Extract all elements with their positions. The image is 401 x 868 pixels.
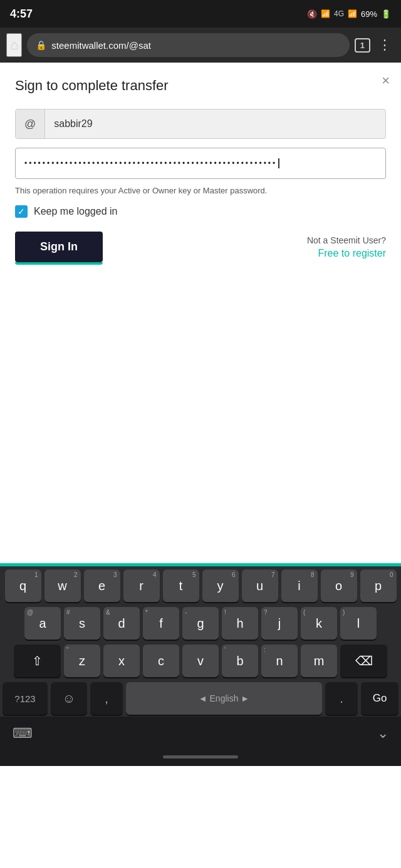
keep-logged-row: ✓ Keep me logged in bbox=[15, 205, 386, 218]
browser-bar: ⌂ 🔒 steemitwallet.com/@sat 1 ⋮ bbox=[0, 28, 401, 63]
keyboard-row-3: ⇧ "z x c v 'b :n m ⌫ bbox=[0, 641, 401, 679]
signin-button[interactable]: Sign In bbox=[15, 232, 103, 262]
signal2-icon: 📶 bbox=[348, 9, 357, 18]
backspace-key[interactable]: ⌫ bbox=[340, 645, 387, 677]
status-time: 4:57 bbox=[10, 8, 33, 21]
key-h[interactable]: !h bbox=[222, 607, 258, 640]
signin-row: Sign In Not a Steemit User? Free to regi… bbox=[15, 232, 386, 262]
key-i[interactable]: 8i bbox=[281, 569, 318, 602]
key-t[interactable]: 5t bbox=[163, 569, 199, 602]
password-hint: This operation requires your Active or O… bbox=[15, 185, 386, 197]
key-w[interactable]: 2w bbox=[44, 569, 81, 602]
close-button[interactable]: × bbox=[382, 73, 390, 89]
key-k[interactable]: (k bbox=[301, 607, 337, 640]
browser-menu[interactable]: ⋮ bbox=[375, 34, 395, 56]
key-c[interactable]: c bbox=[143, 645, 179, 677]
at-symbol: @ bbox=[16, 110, 45, 138]
emoji-key[interactable]: ☺ bbox=[51, 682, 87, 715]
key-a[interactable]: @a bbox=[24, 607, 61, 640]
go-key[interactable]: Go bbox=[361, 682, 398, 715]
key-z[interactable]: "z bbox=[64, 645, 100, 677]
key-l[interactable]: )l bbox=[340, 607, 377, 640]
key-p[interactable]: 0p bbox=[360, 569, 397, 602]
key-g[interactable]: -g bbox=[182, 607, 219, 640]
keyboard-row-2: @a #s &d *f -g !h ?j (k )l bbox=[0, 604, 401, 641]
url-bar[interactable]: 🔒 steemitwallet.com/@sat bbox=[27, 33, 349, 57]
home-button[interactable]: ⌂ bbox=[6, 33, 22, 57]
key-e[interactable]: 3e bbox=[84, 569, 120, 602]
username-field: @ sabbir29 bbox=[15, 109, 386, 139]
key-b[interactable]: 'b bbox=[222, 645, 258, 677]
space-key[interactable]: ◄ English ► bbox=[126, 682, 322, 715]
key-o[interactable]: 9o bbox=[321, 569, 357, 602]
keyboard-icon[interactable]: ⌨ bbox=[13, 725, 33, 742]
signal-icon: 📶 bbox=[321, 9, 330, 18]
keep-logged-label: Keep me logged in bbox=[34, 206, 117, 217]
key-u[interactable]: 7u bbox=[242, 569, 278, 602]
key-n[interactable]: :n bbox=[261, 645, 298, 677]
battery-text: 69% bbox=[361, 9, 377, 19]
key-j[interactable]: ?j bbox=[261, 607, 298, 640]
keyboard-row-4: ?123 ☺ , ◄ English ► . Go bbox=[0, 679, 401, 717]
url-text: steemitwallet.com/@sat bbox=[51, 40, 340, 51]
key-s[interactable]: #s bbox=[64, 607, 100, 640]
not-user-text: Not a Steemit User? bbox=[307, 235, 386, 245]
network-icon: 4G bbox=[334, 9, 344, 18]
lock-icon: 🔒 bbox=[36, 40, 46, 50]
username-value: sabbir29 bbox=[45, 118, 385, 130]
page-title: Sign to complete transfer bbox=[15, 78, 386, 94]
battery-icon: 🔋 bbox=[381, 9, 391, 19]
key-f[interactable]: *f bbox=[143, 607, 179, 640]
key-d[interactable]: &d bbox=[103, 607, 140, 640]
key-x[interactable]: x bbox=[103, 645, 140, 677]
mute-icon: 🔇 bbox=[307, 9, 317, 19]
key-y[interactable]: 6y bbox=[202, 569, 239, 602]
password-field[interactable]: ••••••••••••••••••••••••••••••••••••••••… bbox=[15, 148, 386, 179]
keyboard-area: 1q 2w 3e 4r 5t 6y 7u 8i 9o 0p @a #s &d *… bbox=[0, 566, 401, 766]
home-bar bbox=[163, 755, 238, 758]
checkmark-icon: ✓ bbox=[18, 207, 25, 216]
keyboard: 1q 2w 3e 4r 5t 6y 7u 8i 9o 0p @a #s &d *… bbox=[0, 566, 401, 717]
register-link[interactable]: Free to register bbox=[318, 248, 386, 258]
status-bar: 4:57 🔇 📶 4G 📶 69% 🔋 bbox=[0, 0, 401, 28]
nav-bar-bottom: ⌨ ⌄ bbox=[0, 717, 401, 750]
key-r[interactable]: 4r bbox=[123, 569, 160, 602]
symbols-key[interactable]: ?123 bbox=[3, 682, 48, 715]
shift-key[interactable]: ⇧ bbox=[14, 645, 61, 677]
chevron-down-icon[interactable]: ⌄ bbox=[377, 725, 388, 742]
period-key[interactable]: . bbox=[325, 682, 358, 715]
page-content: × Sign to complete transfer @ sabbir29 •… bbox=[0, 63, 401, 451]
cursor bbox=[278, 158, 279, 168]
keyboard-row-1: 1q 2w 3e 4r 5t 6y 7u 8i 9o 0p bbox=[0, 566, 401, 604]
home-indicator bbox=[0, 750, 401, 766]
key-v[interactable]: v bbox=[182, 645, 219, 677]
status-icons: 🔇 📶 4G 📶 69% 🔋 bbox=[307, 9, 391, 19]
password-dots: ••••••••••••••••••••••••••••••••••••••••… bbox=[24, 160, 277, 167]
key-q[interactable]: 1q bbox=[5, 569, 41, 602]
keep-logged-checkbox[interactable]: ✓ bbox=[15, 205, 28, 218]
register-section: Not a Steemit User? Free to register bbox=[307, 235, 386, 259]
key-m[interactable]: m bbox=[301, 645, 337, 677]
tab-count[interactable]: 1 bbox=[355, 38, 370, 53]
comma-key[interactable]: , bbox=[90, 682, 123, 715]
